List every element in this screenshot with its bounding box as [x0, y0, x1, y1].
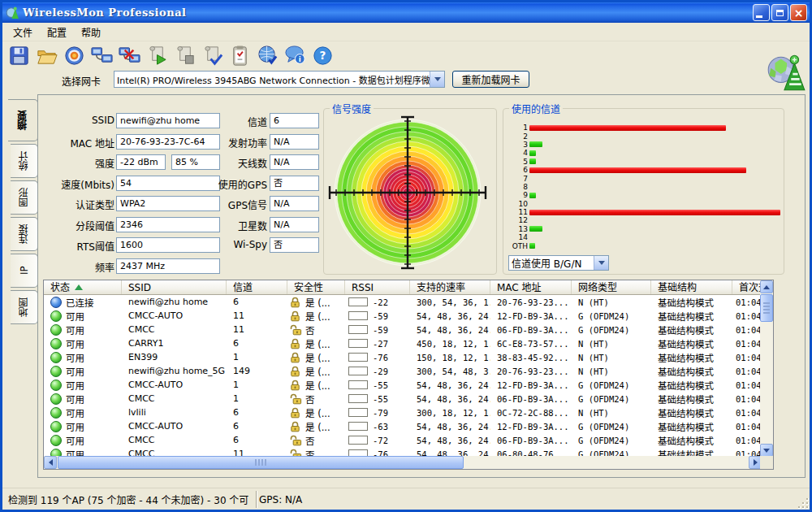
first-seen-cell: 01:04:4 [732, 309, 762, 323]
table-row[interactable]: 可用CARRY16是 (...-27450, 18, 12, 1...6C-E8… [44, 336, 762, 350]
vertical-scroll-thumb[interactable] [760, 294, 773, 322]
table-row[interactable]: 可用CMCC11否-5954, 48, 36, 24...06-FD-B9-3A… [44, 323, 762, 336]
column-header-4[interactable]: RSSI [345, 280, 410, 294]
rssi-bar [348, 436, 368, 445]
first-seen-cell: 01:04:4 [732, 364, 762, 378]
tx-power-value[interactable]: N/A [270, 134, 319, 150]
rssi-cell: -55 [345, 392, 410, 406]
satellites-value[interactable]: N/A [270, 217, 319, 232]
channel-row-6: 6 [507, 166, 780, 174]
frequency-value[interactable]: 2437 MHz [116, 258, 220, 274]
menubar: 文件配置帮助 [2, 23, 810, 41]
tab-summary[interactable]: 摘要 [8, 99, 38, 141]
column-header-5[interactable]: 支持的速率 [410, 280, 490, 294]
security-cell: 否 [287, 323, 345, 336]
gps-signal-value[interactable]: N/A [270, 196, 319, 211]
save-icon[interactable] [6, 43, 32, 68]
column-header-8[interactable]: 基础结构 [651, 280, 732, 294]
channel-usage-select[interactable]: 信道使用 B/G/N [508, 255, 609, 271]
available-status-icon [50, 393, 62, 405]
minimize-button[interactable] [753, 4, 770, 21]
security-cell: 否 [287, 433, 345, 447]
antennas-value[interactable]: N/A [270, 154, 319, 170]
mac-cell: 12-FD-B9-3A... [490, 419, 572, 433]
channel-row-9: 9 [507, 191, 780, 199]
reload-adapter-button[interactable]: 重新加载网卡 [452, 71, 529, 88]
column-header-0[interactable]: 状态 [44, 280, 122, 294]
strength-value-1[interactable]: -22 dBm [116, 154, 166, 170]
web-check-icon[interactable] [255, 43, 280, 68]
wi-spy-label: Wi-Spy [189, 239, 267, 250]
menu-item-config[interactable]: 配置 [40, 24, 74, 41]
table-vertical-scrollbar[interactable] [760, 280, 773, 457]
toolbar: i? [2, 41, 810, 71]
net-type-cell: G (OFDM24) [572, 378, 651, 392]
tab-ip[interactable]: IP [11, 254, 38, 288]
security-cell: 是 (... [287, 419, 345, 433]
column-header-6[interactable]: MAC 地址 [490, 280, 572, 294]
mac-cell: 06-FD-B9-3A... [490, 433, 572, 447]
infrastructure-cell: 基础结构模式 [651, 419, 732, 433]
net-type-cell: N (HT) [572, 336, 651, 350]
column-header-7[interactable]: 网络类型 [572, 280, 651, 294]
feedback-icon[interactable]: i [283, 43, 308, 68]
scroll-down-button[interactable] [760, 444, 773, 457]
wi-spy-value[interactable]: 否 [270, 237, 319, 253]
resize-grip[interactable] [798, 498, 809, 509]
menu-item-file[interactable]: 文件 [6, 24, 40, 41]
adapter-select[interactable]: Intel(R) PRO/Wireless 3945ABG Network Co… [114, 71, 445, 88]
table-row[interactable]: 可用CMCC-AUTO6是 (...-6354, 48, 36, 24...12… [44, 419, 762, 433]
tab-map[interactable]: 地图 [11, 290, 38, 324]
help-icon[interactable]: ? [310, 43, 335, 68]
table-horizontal-scrollbar[interactable] [44, 456, 762, 469]
stop-log-icon[interactable] [172, 43, 197, 68]
column-header-2[interactable]: 信道 [227, 280, 287, 294]
tab-statistics[interactable]: 统计 [11, 144, 38, 178]
channel-value[interactable]: 6 [270, 113, 319, 128]
channel-cell: 6 [227, 336, 287, 350]
table-row[interactable]: 可用CMCC1否-5554, 48, 36, 24...06-FD-B9-3A.… [44, 392, 762, 406]
column-header-9[interactable]: 首次查... [732, 280, 762, 294]
maximize-button[interactable] [771, 4, 788, 21]
dropdown-arrow-icon[interactable] [594, 256, 608, 270]
table-row[interactable]: 可用newifi@zhu home_5G149是 (...-29300, 54,… [44, 364, 762, 378]
table-row[interactable]: 可用EN3991是 (...-76150, 18, 12, 1...38-83-… [44, 350, 762, 364]
rssi-cell: -22 [345, 295, 410, 309]
disconnect-adapters-icon[interactable] [117, 43, 142, 68]
close-button[interactable]: × [790, 4, 807, 21]
rssi-cell: -27 [345, 336, 410, 350]
scroll-left-button[interactable] [44, 456, 57, 469]
channel-label: OTH [507, 242, 529, 250]
scrollbar-corner [760, 456, 773, 469]
column-header-1[interactable]: SSID [122, 280, 227, 294]
gps-in-use-value[interactable]: 否 [270, 176, 319, 191]
rates-cell: 54, 48, 36, 24... [410, 392, 490, 406]
table-row[interactable]: 可用CMCC6否-7254, 48, 36, 24...06-FD-B9-3A.… [44, 433, 762, 447]
target-icon[interactable] [62, 43, 87, 68]
open-icon[interactable] [34, 43, 59, 68]
report-icon[interactable] [227, 43, 253, 68]
status-summary-pane: 检测到 119 个AP (75 个加密 - 44 个未加密) - 30 个可 [4, 491, 257, 508]
horizontal-scroll-thumb[interactable] [58, 456, 464, 469]
table-row[interactable]: 可用CMCC-AUTO11是 (...-5954, 48, 36, 24...1… [44, 309, 762, 323]
dropdown-arrow-icon[interactable] [430, 72, 444, 87]
table-row[interactable]: 可用lvlili6是 (...-79300, 18, 12, 1...0C-72… [44, 406, 762, 419]
tab-graphs[interactable]: 图形 [11, 180, 38, 215]
ssid-cell: EN399 [122, 350, 227, 364]
lock-closed-icon [290, 338, 302, 349]
mac-cell: 12-FD-B9-3A... [490, 309, 572, 323]
menu-item-help[interactable]: 帮助 [74, 24, 108, 41]
first-seen-cell: 01:04:4 [732, 336, 762, 350]
start-log-icon[interactable] [145, 43, 170, 68]
status-cell: 可用 [44, 323, 122, 336]
tab-connect[interactable]: 连接 [11, 217, 38, 251]
column-header-3[interactable]: 安全性 [287, 280, 345, 294]
channel-bar [529, 158, 536, 164]
rssi-cell: -59 [345, 323, 410, 336]
connect-adapters-icon[interactable] [89, 43, 114, 68]
signal-strength-title: 信号强度 [330, 102, 374, 115]
scroll-up-button[interactable] [760, 280, 773, 293]
table-row[interactable]: 可用CMCC-AUTO1是 (...-5554, 48, 36, 24...12… [44, 378, 762, 392]
table-row[interactable]: 已连接newifi@zhu home6是 (...-22300, 54, 36,… [44, 295, 762, 309]
verify-log-icon[interactable] [200, 43, 225, 68]
